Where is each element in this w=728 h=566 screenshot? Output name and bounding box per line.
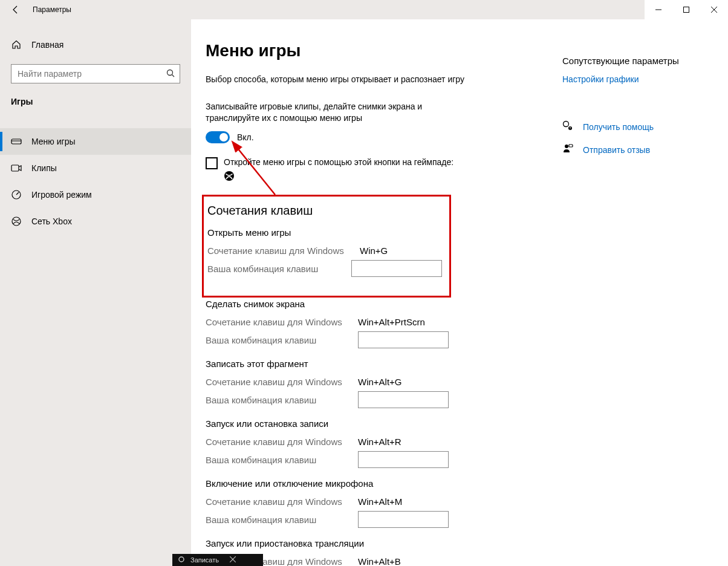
- svg-point-16: [565, 145, 568, 148]
- page-description: Выбор способа, которым меню игры открыва…: [206, 74, 472, 85]
- shortcut-user-input[interactable]: [351, 260, 442, 277]
- sidebar-item-game-mode[interactable]: Игровой режим: [0, 181, 191, 208]
- overlay-close-icon[interactable]: [230, 556, 236, 564]
- record-overlay: Записать: [172, 554, 263, 566]
- sidebar-item-label: Клипы: [31, 163, 57, 173]
- maximize-button[interactable]: [672, 0, 700, 19]
- shortcut-user-input[interactable]: [358, 511, 449, 528]
- minimize-button[interactable]: [645, 0, 672, 19]
- toggle-state-label: Вкл.: [237, 132, 254, 142]
- shortcut-win-value: Win+Alt+R: [358, 437, 401, 447]
- shortcut-group: Сделать снимок экрана Сочетание клавиш д…: [206, 299, 544, 349]
- close-button[interactable]: [700, 0, 728, 19]
- shortcut-win-value: Win+G: [360, 246, 388, 256]
- related-title: Сопутствующие параметры: [562, 56, 720, 66]
- sidebar-item-xbox-network[interactable]: Сеть Xbox: [0, 208, 191, 235]
- search-icon[interactable]: [166, 68, 175, 80]
- graphics-settings-link[interactable]: Настройки графики: [562, 74, 720, 84]
- home-link[interactable]: Главная: [0, 31, 191, 58]
- shortcut-title: Запуск или остановка записи: [206, 418, 544, 429]
- help-icon: ?: [562, 120, 573, 134]
- game-bar-toggle[interactable]: [206, 131, 230, 143]
- svg-line-10: [16, 192, 19, 195]
- sidebar-item-label: Сеть Xbox: [31, 216, 72, 226]
- sidebar-item-game-bar[interactable]: Меню игры: [0, 128, 191, 155]
- svg-rect-1: [684, 7, 689, 13]
- svg-rect-8: [11, 165, 19, 171]
- svg-point-13: [564, 122, 569, 127]
- feedback-icon: [562, 143, 573, 157]
- shortcut-title: Записать этот фрагмент: [206, 359, 544, 369]
- shortcut-win-value: Win+Alt+PrtScrn: [358, 317, 425, 327]
- shortcut-win-label: Сочетание клавиш для Windows: [206, 496, 358, 507]
- shortcut-title: Открыть меню игры: [207, 227, 442, 238]
- title-bar: Параметры: [0, 0, 728, 19]
- shortcuts-heading: Сочетания клавиш: [207, 204, 442, 218]
- shortcut-win-value: Win+Alt+M: [358, 496, 402, 507]
- shortcut-user-label: Ваша комбинация клавиш: [206, 335, 358, 345]
- shortcut-user-input[interactable]: [358, 451, 449, 468]
- sidebar-item-captures[interactable]: Клипы: [0, 155, 191, 181]
- svg-point-4: [167, 70, 173, 76]
- sidebar-item-label: Игровой режим: [31, 190, 92, 200]
- window-controls: [645, 0, 728, 19]
- search-input[interactable]: [11, 64, 180, 83]
- captures-icon: [11, 164, 22, 172]
- sidebar-item-label: Меню игры: [31, 137, 76, 146]
- shortcut-group: Включение или отключение микрофона Сочет…: [206, 478, 544, 529]
- shortcut-user-input[interactable]: [358, 391, 449, 408]
- record-dot-icon: [178, 556, 184, 564]
- shortcut-user-label: Ваша комбинация клавиш: [206, 455, 358, 465]
- gamepad-checkbox[interactable]: [206, 157, 218, 169]
- gauge-icon: [11, 189, 22, 200]
- sidebar-category: Игры: [0, 88, 191, 117]
- shortcut-win-label: Сочетание клавиш для Windows: [207, 246, 360, 256]
- shortcut-group: Запуск или остановка записи Сочетание кл…: [206, 418, 544, 469]
- feedback-link[interactable]: Отправить отзыв: [562, 143, 720, 157]
- shortcut-user-label: Ваша комбинация клавиш: [206, 515, 358, 525]
- xbox-button-icon: [224, 171, 453, 184]
- shortcut-title: Сделать снимок экрана: [206, 299, 544, 309]
- shortcut-win-value: Win+Alt+G: [358, 377, 402, 387]
- svg-text:?: ?: [570, 126, 571, 130]
- home-label: Главная: [31, 40, 63, 50]
- content-area: Меню игры Выбор способа, которым меню иг…: [206, 34, 544, 566]
- shortcut-title: Включение или отключение микрофона: [206, 478, 544, 489]
- shortcut-win-label: Сочетание клавиш для Windows: [206, 437, 358, 447]
- svg-point-11: [12, 217, 21, 226]
- shortcut-win-label: Сочетание клавиш для Windows: [206, 377, 358, 387]
- shortcut-group: Записать этот фрагмент Сочетание клавиш …: [206, 359, 544, 409]
- svg-rect-17: [569, 145, 573, 147]
- aside-panel: Сопутствующие параметры Настройки график…: [562, 34, 720, 566]
- shortcut-win-label: Сочетание клавиш для Windows: [206, 317, 358, 327]
- svg-line-5: [172, 75, 175, 77]
- feedback-label: Отправить отзыв: [583, 145, 650, 155]
- record-description: Записывайте игровые клипы, делайте снимк…: [206, 101, 472, 124]
- shortcut-user-label: Ваша комбинация клавиш: [207, 264, 351, 274]
- gamepad-text: Откройте меню игры с помощью этой кнопки…: [224, 157, 453, 169]
- annotation-highlight: Сочетания клавиш Открыть меню игры Сочет…: [202, 195, 451, 298]
- shortcut-user-label: Ваша комбинация клавиш: [206, 395, 358, 405]
- help-label: Получить помощь: [583, 122, 654, 132]
- sidebar: Главная Игры Меню игры Клипы: [0, 19, 191, 566]
- shortcut-title: Запуск или приостановка трансляции: [206, 538, 544, 548]
- bottom-overlay: Записать: [0, 554, 728, 566]
- svg-rect-6: [11, 139, 21, 144]
- home-icon: [11, 40, 22, 50]
- app-title: Параметры: [33, 5, 71, 14]
- shortcut-group: Открыть меню игры Сочетание клавиш для W…: [207, 227, 442, 278]
- gamebar-icon: [11, 137, 22, 146]
- page-title: Меню игры: [206, 41, 544, 60]
- help-link[interactable]: ? Получить помощь: [562, 120, 720, 134]
- record-label: Записать: [190, 556, 219, 564]
- shortcut-user-input[interactable]: [358, 331, 449, 348]
- back-button[interactable]: [8, 2, 23, 17]
- xbox-icon: [11, 216, 22, 227]
- svg-point-19: [179, 557, 184, 562]
